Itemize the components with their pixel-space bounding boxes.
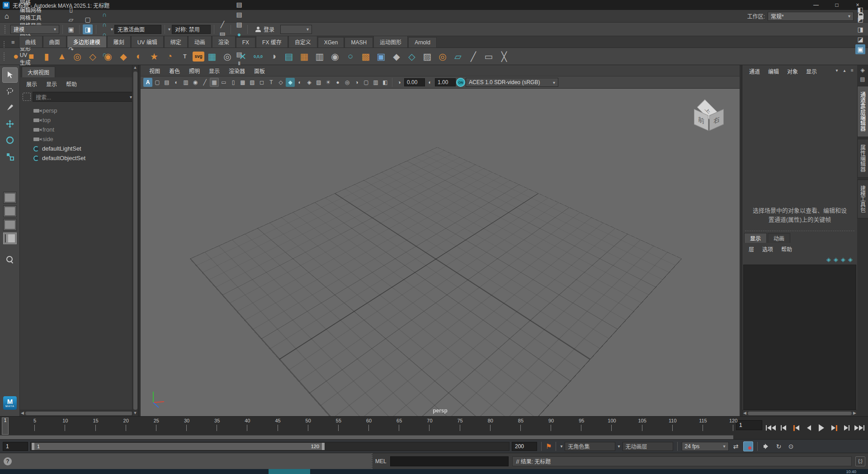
menu-item[interactable]: 网格工具 <box>15 14 46 21</box>
viewport-menu-item[interactable]: 视图 <box>145 67 164 75</box>
sign-in-dropdown[interactable]: ▾ <box>280 25 312 34</box>
shelf-tab[interactable]: 渲染 <box>212 36 236 47</box>
chevron-down-icon[interactable]: ▾ <box>111 27 113 32</box>
taskbar-app-indicator[interactable] <box>269 469 310 474</box>
anim-layer-dropdown[interactable]: 无动画层 <box>623 442 673 451</box>
bookmark-view-icon[interactable]: ◐ <box>172 78 181 87</box>
textured-icon[interactable]: ▨ <box>314 78 323 87</box>
safe-action-icon[interactable]: ◻ <box>257 78 266 87</box>
extrude-icon[interactable]: ▣ <box>373 49 389 64</box>
panel-divider[interactable] <box>745 231 854 231</box>
workspace-panel-toggle-icon[interactable]: ▣ <box>855 44 865 54</box>
viewport-menu-item[interactable]: 渲染器 <box>225 67 249 75</box>
type-tool-icon[interactable]: T <box>177 49 193 64</box>
view-cube[interactable]: 上 前 右 <box>692 100 726 137</box>
render-sequence-icon[interactable]: ▤ <box>234 19 244 29</box>
shelf-grip[interactable] <box>4 41 6 47</box>
menu-item[interactable]: 网格 <box>15 0 46 6</box>
outliner-toggle-icon[interactable]: ◪ <box>855 34 865 44</box>
boolean-difference-icon[interactable]: ○ <box>343 49 358 64</box>
layer-editor-tab[interactable]: 显示 <box>744 233 767 243</box>
exposure-icon[interactable]: ◑ <box>395 78 404 87</box>
separate-icon[interactable]: ▥ <box>312 49 327 64</box>
select-tool[interactable] <box>2 67 18 83</box>
fill-hole-icon[interactable]: ▩ <box>358 49 373 64</box>
snap-to-point-icon[interactable]: ∩ <box>99 19 109 29</box>
two-d-pan-zoom-icon[interactable]: ◉ <box>191 78 200 87</box>
smooth-shade-icon[interactable]: ◆ <box>286 78 295 87</box>
scroll-up-icon[interactable]: ▲ <box>133 65 137 71</box>
poly-torus-icon[interactable]: ◎ <box>70 49 85 64</box>
poly-cone-icon[interactable]: ▲ <box>54 49 70 64</box>
sweep-mesh-icon[interactable]: ▦ <box>204 49 220 64</box>
mel-label[interactable]: MEL <box>375 458 387 465</box>
safe-title-icon[interactable]: T <box>267 78 276 87</box>
camera-settings-icon[interactable]: ▤ <box>162 78 171 87</box>
rotate-tool[interactable] <box>2 133 18 148</box>
color-management-on-button[interactable]: ON <box>456 78 465 87</box>
wireframe-on-shaded-icon[interactable]: ◈ <box>305 78 314 87</box>
layer-editor-menu-item[interactable]: 帮助 <box>778 244 796 254</box>
bookmark-icon[interactable]: ⚑ <box>546 442 552 450</box>
target-weld-icon[interactable]: ◎ <box>435 49 450 64</box>
viewport-menu-item[interactable]: 面板 <box>250 67 269 75</box>
list-item[interactable]: side <box>33 134 132 144</box>
step-back-key-button[interactable] <box>790 422 802 434</box>
hyperbolic-icon[interactable]: ▴ <box>841 67 848 73</box>
outliner-menu-item[interactable]: 展示 <box>23 79 41 89</box>
poly-cylinder-icon[interactable]: ▮ <box>39 49 54 64</box>
snap-together-icon[interactable]: ✕ <box>235 49 250 64</box>
shelf-tab[interactable]: 自定义 <box>288 36 317 47</box>
mel-input[interactable] <box>390 456 509 466</box>
paint-effects-icon[interactable]: ◈ <box>860 67 864 75</box>
use-all-lights-icon[interactable]: ☀ <box>324 78 333 87</box>
resolution-gate-icon[interactable]: ▯ <box>229 78 238 87</box>
shelf-tab[interactable]: 多边形建模 <box>67 36 107 47</box>
layer-editor-scrollbar[interactable]: ◀ ▶ <box>742 410 857 416</box>
gamma-field[interactable]: 1.00 <box>435 78 456 86</box>
center-pivot-icon[interactable]: ◎ <box>220 49 235 64</box>
sculpt-tool-icon[interactable]: ◐ <box>131 49 146 64</box>
outliner-horizontal-scrollbar[interactable]: ◀ ▶ <box>20 410 138 416</box>
crease-tool-icon[interactable]: ╱ <box>466 49 481 64</box>
film-gate-icon[interactable]: ▭ <box>219 78 228 87</box>
chevron-down-icon[interactable]: ▾ <box>560 444 562 449</box>
poly-plane-icon[interactable]: ◇ <box>85 49 100 64</box>
shelf-tab[interactable]: 曲面 <box>43 36 66 47</box>
channel-box-menu-item[interactable]: 对象 <box>783 69 802 75</box>
notes-icon[interactable]: ▤ <box>860 76 865 84</box>
live-surface-field[interactable]: 无激活曲面 <box>114 25 161 34</box>
xray-icon[interactable]: ▥ <box>371 78 380 87</box>
mirror-icon[interactable]: ◑ <box>266 49 281 64</box>
outliner-search-input[interactable]: 搜索... ▾ <box>33 92 135 102</box>
channel-settings-icon[interactable]: ≡ <box>849 67 855 73</box>
layout-two-pane-button[interactable] <box>3 219 17 231</box>
shelf-tab[interactable]: XGen <box>318 37 344 47</box>
time-slider-track[interactable]: 1 51015202530354045505560657075808590951… <box>0 417 733 439</box>
new-empty-layer-icon[interactable]: ◈ <box>841 256 845 263</box>
multi-cut-icon[interactable]: ▨ <box>420 49 435 64</box>
list-item[interactable]: persp <box>33 106 132 115</box>
boolean-union-icon[interactable]: ◉ <box>327 49 343 64</box>
outliner-menu-item[interactable]: 显示 <box>42 79 61 89</box>
layout-single-pane-button[interactable] <box>3 192 17 204</box>
layer-list[interactable] <box>743 265 856 410</box>
shadows-icon[interactable]: ● <box>333 78 342 87</box>
outliner-title-tab[interactable]: 大纲视图 <box>22 66 55 77</box>
shelf-tab[interactable]: FX <box>236 37 255 47</box>
viewport-menu-item[interactable]: 照明 <box>185 67 204 75</box>
scroll-down-icon[interactable]: ▼ <box>133 411 137 416</box>
outliner-filter-icon[interactable] <box>23 93 31 101</box>
animation-end-field[interactable]: 200 <box>512 442 537 451</box>
scroll-left-icon[interactable]: ◀ <box>21 411 24 416</box>
new-scene-icon[interactable]: ▯ <box>66 5 76 14</box>
shelf-tab[interactable]: 运动图形 <box>373 36 408 47</box>
wireframe-icon[interactable]: ◇ <box>276 78 285 87</box>
shelf-tab[interactable]: Arnold <box>408 37 437 47</box>
shelf-icons-grip[interactable] <box>4 52 6 61</box>
bevel-icon[interactable]: ◆ <box>389 49 404 64</box>
home-icon[interactable]: ⌂ <box>5 12 9 20</box>
lock-workspace-icon[interactable] <box>858 15 863 19</box>
character-set-dropdown[interactable]: 无角色集 <box>565 442 615 451</box>
render-current-frame-icon[interactable]: ▤ <box>234 0 244 9</box>
